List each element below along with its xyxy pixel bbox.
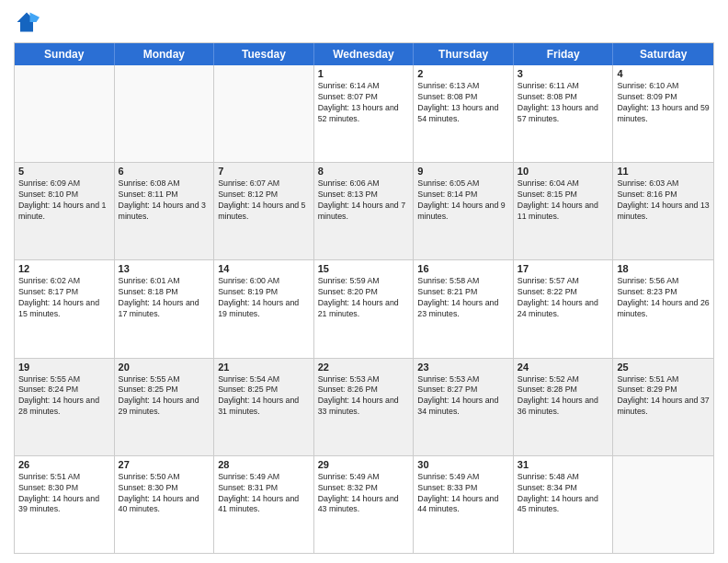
day-number: 10 xyxy=(518,166,609,177)
day-cell-22: 22Sunrise: 5:53 AMSunset: 8:26 PMDayligh… xyxy=(314,359,415,455)
day-cell-8: 8Sunrise: 6:06 AMSunset: 8:13 PMDaylight… xyxy=(314,163,415,259)
day-number: 13 xyxy=(119,263,210,274)
day-cell-5: 5Sunrise: 6:09 AMSunset: 8:10 PMDaylight… xyxy=(15,163,115,259)
day-cell-28: 28Sunrise: 5:49 AMSunset: 8:31 PMDayligh… xyxy=(214,456,314,553)
cell-info: Sunrise: 5:59 AMSunset: 8:20 PMDaylight:… xyxy=(318,276,410,320)
week-row-2: 5Sunrise: 6:09 AMSunset: 8:10 PMDaylight… xyxy=(15,163,713,260)
day-cell-31: 31Sunrise: 5:48 AMSunset: 8:34 PMDayligh… xyxy=(514,456,614,553)
header-day-friday: Friday xyxy=(514,43,614,65)
cell-info: Sunrise: 6:07 AMSunset: 8:12 PMDaylight:… xyxy=(218,178,310,223)
day-cell-12: 12Sunrise: 6:02 AMSunset: 8:17 PMDayligh… xyxy=(15,260,115,357)
day-number: 11 xyxy=(617,166,710,177)
calendar: SundayMondayTuesdayWednesdayThursdayFrid… xyxy=(14,42,714,554)
empty-cell xyxy=(613,456,713,553)
day-number: 20 xyxy=(119,362,210,373)
day-cell-9: 9Sunrise: 6:05 AMSunset: 8:14 PMDaylight… xyxy=(414,163,514,259)
empty-cell xyxy=(214,65,314,162)
day-number: 26 xyxy=(18,459,110,470)
day-cell-1: 1Sunrise: 6:14 AMSunset: 8:07 PMDaylight… xyxy=(314,65,415,162)
day-cell-13: 13Sunrise: 6:01 AMSunset: 8:18 PMDayligh… xyxy=(115,260,215,357)
logo-icon xyxy=(14,9,40,35)
day-number: 12 xyxy=(18,263,110,274)
cell-info: Sunrise: 6:03 AMSunset: 8:16 PMDaylight:… xyxy=(617,178,710,223)
cell-info: Sunrise: 5:55 AMSunset: 8:25 PMDaylight:… xyxy=(119,374,210,419)
day-cell-2: 2Sunrise: 6:13 AMSunset: 8:08 PMDaylight… xyxy=(414,65,514,162)
logo xyxy=(14,9,43,35)
day-number: 15 xyxy=(318,263,410,274)
cell-info: Sunrise: 5:48 AMSunset: 8:34 PMDaylight:… xyxy=(518,472,609,516)
day-number: 31 xyxy=(518,459,609,470)
day-number: 27 xyxy=(119,459,210,470)
day-cell-24: 24Sunrise: 5:52 AMSunset: 8:28 PMDayligh… xyxy=(514,359,614,455)
cell-info: Sunrise: 6:08 AMSunset: 8:11 PMDaylight:… xyxy=(119,178,210,223)
cell-info: Sunrise: 6:13 AMSunset: 8:08 PMDaylight:… xyxy=(417,81,509,125)
day-number: 21 xyxy=(218,362,310,373)
day-cell-26: 26Sunrise: 5:51 AMSunset: 8:30 PMDayligh… xyxy=(15,456,115,553)
calendar-page: SundayMondayTuesdayWednesdayThursdayFrid… xyxy=(0,0,728,563)
day-cell-7: 7Sunrise: 6:07 AMSunset: 8:12 PMDaylight… xyxy=(214,163,314,259)
week-row-3: 12Sunrise: 6:02 AMSunset: 8:17 PMDayligh… xyxy=(15,260,713,358)
day-number: 19 xyxy=(18,362,110,373)
cell-info: Sunrise: 5:51 AMSunset: 8:29 PMDaylight:… xyxy=(617,374,710,419)
day-number: 6 xyxy=(119,166,210,177)
day-number: 16 xyxy=(417,263,509,274)
day-number: 18 xyxy=(617,263,710,274)
calendar-header: SundayMondayTuesdayWednesdayThursdayFrid… xyxy=(15,43,713,65)
cell-info: Sunrise: 5:58 AMSunset: 8:21 PMDaylight:… xyxy=(417,276,509,320)
cell-info: Sunrise: 5:56 AMSunset: 8:23 PMDaylight:… xyxy=(617,276,710,320)
day-cell-19: 19Sunrise: 5:55 AMSunset: 8:24 PMDayligh… xyxy=(15,359,115,455)
day-cell-11: 11Sunrise: 6:03 AMSunset: 8:16 PMDayligh… xyxy=(613,163,713,259)
header-day-monday: Monday xyxy=(115,43,215,65)
day-number: 5 xyxy=(18,166,110,177)
week-row-1: 1Sunrise: 6:14 AMSunset: 8:07 PMDaylight… xyxy=(15,65,713,163)
cell-info: Sunrise: 5:52 AMSunset: 8:28 PMDaylight:… xyxy=(518,374,609,419)
day-cell-25: 25Sunrise: 5:51 AMSunset: 8:29 PMDayligh… xyxy=(613,359,713,455)
day-number: 2 xyxy=(417,68,509,79)
day-cell-14: 14Sunrise: 6:00 AMSunset: 8:19 PMDayligh… xyxy=(214,260,314,357)
day-cell-3: 3Sunrise: 6:11 AMSunset: 8:08 PMDaylight… xyxy=(514,65,614,162)
day-number: 23 xyxy=(417,362,509,373)
cell-info: Sunrise: 6:00 AMSunset: 8:19 PMDaylight:… xyxy=(218,276,310,320)
cell-info: Sunrise: 5:57 AMSunset: 8:22 PMDaylight:… xyxy=(518,276,609,320)
day-cell-4: 4Sunrise: 6:10 AMSunset: 8:09 PMDaylight… xyxy=(613,65,713,162)
day-number: 3 xyxy=(518,68,609,79)
day-cell-21: 21Sunrise: 5:54 AMSunset: 8:25 PMDayligh… xyxy=(214,359,314,455)
cell-info: Sunrise: 5:53 AMSunset: 8:27 PMDaylight:… xyxy=(417,374,509,419)
week-row-4: 19Sunrise: 5:55 AMSunset: 8:24 PMDayligh… xyxy=(15,359,713,456)
empty-cell xyxy=(15,65,115,162)
day-cell-17: 17Sunrise: 5:57 AMSunset: 8:22 PMDayligh… xyxy=(514,260,614,357)
cell-info: Sunrise: 6:10 AMSunset: 8:09 PMDaylight:… xyxy=(617,81,710,125)
calendar-body: 1Sunrise: 6:14 AMSunset: 8:07 PMDaylight… xyxy=(15,65,713,553)
cell-info: Sunrise: 5:49 AMSunset: 8:33 PMDaylight:… xyxy=(417,472,509,516)
day-cell-30: 30Sunrise: 5:49 AMSunset: 8:33 PMDayligh… xyxy=(414,456,514,553)
day-cell-23: 23Sunrise: 5:53 AMSunset: 8:27 PMDayligh… xyxy=(414,359,514,455)
day-number: 17 xyxy=(518,263,609,274)
day-number: 1 xyxy=(318,68,410,79)
cell-info: Sunrise: 5:55 AMSunset: 8:24 PMDaylight:… xyxy=(18,374,110,419)
cell-info: Sunrise: 6:09 AMSunset: 8:10 PMDaylight:… xyxy=(18,178,110,223)
header-day-thursday: Thursday xyxy=(414,43,514,65)
day-cell-6: 6Sunrise: 6:08 AMSunset: 8:11 PMDaylight… xyxy=(115,163,215,259)
day-number: 9 xyxy=(417,166,509,177)
cell-info: Sunrise: 5:54 AMSunset: 8:25 PMDaylight:… xyxy=(218,374,310,419)
cell-info: Sunrise: 6:04 AMSunset: 8:15 PMDaylight:… xyxy=(518,178,609,223)
day-cell-10: 10Sunrise: 6:04 AMSunset: 8:15 PMDayligh… xyxy=(514,163,614,259)
cell-info: Sunrise: 6:05 AMSunset: 8:14 PMDaylight:… xyxy=(417,178,509,223)
header-day-saturday: Saturday xyxy=(613,43,713,65)
header xyxy=(14,9,714,35)
day-cell-16: 16Sunrise: 5:58 AMSunset: 8:21 PMDayligh… xyxy=(414,260,514,357)
day-cell-20: 20Sunrise: 5:55 AMSunset: 8:25 PMDayligh… xyxy=(115,359,215,455)
day-cell-27: 27Sunrise: 5:50 AMSunset: 8:30 PMDayligh… xyxy=(115,456,215,553)
week-row-5: 26Sunrise: 5:51 AMSunset: 8:30 PMDayligh… xyxy=(15,456,713,553)
cell-info: Sunrise: 6:02 AMSunset: 8:17 PMDaylight:… xyxy=(18,276,110,320)
day-number: 14 xyxy=(218,263,310,274)
cell-info: Sunrise: 5:51 AMSunset: 8:30 PMDaylight:… xyxy=(18,472,110,516)
day-number: 4 xyxy=(617,68,710,79)
cell-info: Sunrise: 6:01 AMSunset: 8:18 PMDaylight:… xyxy=(119,276,210,320)
day-number: 24 xyxy=(518,362,609,373)
cell-info: Sunrise: 5:50 AMSunset: 8:30 PMDaylight:… xyxy=(119,472,210,516)
header-day-wednesday: Wednesday xyxy=(314,43,415,65)
day-number: 30 xyxy=(417,459,509,470)
cell-info: Sunrise: 6:14 AMSunset: 8:07 PMDaylight:… xyxy=(318,81,410,125)
header-day-sunday: Sunday xyxy=(15,43,115,65)
